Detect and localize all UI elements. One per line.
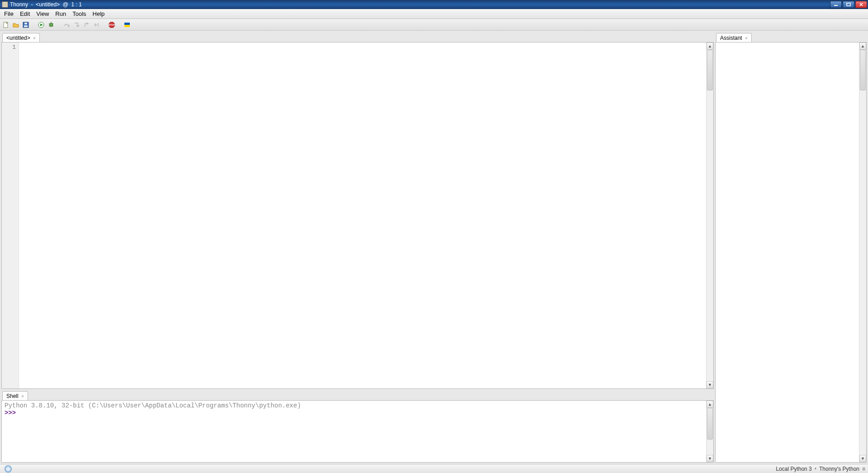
left-column: <untitled> × 1 ▲ ▼ Shell (1, 32, 714, 463)
shell-panel: Shell × Python 3.8.10, 32-bit (C:\Users\… (1, 390, 714, 463)
shell-prompt: >>> (5, 409, 20, 416)
open-file-icon[interactable] (12, 21, 20, 29)
main-area: <untitled> × 1 ▲ ▼ Shell (0, 31, 868, 464)
status-interpreter[interactable]: Local Python 3 (776, 466, 811, 472)
assistant-tab-label: Assistant (720, 35, 742, 41)
scroll-up-icon[interactable]: ▲ (859, 43, 866, 50)
scroll-down-icon[interactable]: ▼ (859, 455, 866, 462)
menu-edit[interactable]: Edit (17, 9, 33, 19)
close-button[interactable] (855, 1, 867, 8)
menu-view[interactable]: View (33, 9, 52, 19)
svg-rect-5 (24, 23, 27, 24)
editor-scrollbar[interactable]: ▲ ▼ (706, 43, 713, 388)
window-title: Thonny - <untitled> @ 1 : 1 (10, 1, 82, 8)
shell-tab-row: Shell × (1, 390, 714, 400)
editor-body: 1 ▲ ▼ (1, 42, 714, 389)
toolbar: STOP (0, 19, 868, 31)
resume-icon[interactable] (92, 21, 100, 29)
save-file-icon[interactable] (22, 21, 30, 29)
status-menu-icon[interactable]: ≡ (862, 466, 865, 472)
svg-rect-1 (847, 3, 850, 6)
menu-help[interactable]: Help (90, 9, 108, 19)
shell-tab[interactable]: Shell × (2, 391, 28, 401)
svg-text:STOP: STOP (109, 24, 115, 26)
editor-tab-label: <untitled> (6, 35, 30, 41)
assistant-tab[interactable]: Assistant × (716, 33, 752, 43)
assistant-scrollbar[interactable]: ▲ ▼ (859, 43, 866, 462)
shell-tab-label: Shell (6, 393, 19, 399)
maximize-button[interactable] (843, 1, 854, 8)
svg-point-7 (49, 23, 53, 27)
assistant-tab-row: Assistant × (715, 32, 867, 42)
close-icon[interactable]: × (33, 36, 36, 41)
line-number: 1 (2, 44, 16, 51)
step-out-icon[interactable] (82, 21, 90, 29)
status-indicator-icon (5, 465, 12, 473)
status-backend[interactable]: Thonny's Python (819, 466, 859, 472)
code-editor[interactable] (19, 43, 706, 388)
editor-tab[interactable]: <untitled> × (2, 33, 40, 43)
step-into-icon[interactable] (72, 21, 81, 29)
editor-panel: <untitled> × 1 ▲ ▼ (1, 32, 714, 389)
window-titlebar: Thonny - <untitled> @ 1 : 1 (0, 0, 868, 9)
editor-tab-row: <untitled> × (1, 32, 714, 42)
svg-rect-0 (834, 5, 838, 6)
run-icon[interactable] (37, 21, 45, 29)
assistant-body-container: ▲ ▼ (715, 42, 867, 463)
editor-gutter: 1 (2, 43, 19, 388)
debug-icon[interactable] (47, 21, 55, 29)
assistant-content[interactable] (716, 43, 859, 462)
svg-rect-13 (98, 23, 99, 27)
new-file-icon[interactable] (2, 21, 10, 29)
svg-rect-4 (24, 25, 28, 27)
assistant-panel: Assistant × ▲ ▼ (715, 32, 867, 463)
support-ukraine-icon[interactable] (123, 21, 131, 29)
menu-file[interactable]: File (1, 9, 17, 19)
menubar: File Edit View Run Tools Help (0, 9, 868, 19)
shell-scrollbar[interactable]: ▲ ▼ (706, 401, 713, 462)
shell-body-container: Python 3.8.10, 32-bit (C:\Users\User\App… (1, 400, 714, 463)
close-icon[interactable]: × (745, 36, 748, 41)
status-separator: • (815, 466, 816, 472)
svg-rect-16 (124, 23, 130, 25)
scroll-down-icon[interactable]: ▼ (707, 381, 713, 388)
scroll-up-icon[interactable]: ▲ (707, 401, 713, 408)
scroll-up-icon[interactable]: ▲ (707, 43, 713, 50)
scroll-down-icon[interactable]: ▼ (707, 455, 713, 462)
close-icon[interactable]: × (21, 394, 24, 399)
step-over-icon[interactable] (62, 21, 71, 29)
shell-terminal[interactable]: Python 3.8.10, 32-bit (C:\Users\User\App… (2, 401, 706, 462)
app-icon (2, 1, 8, 8)
shell-info-line: Python 3.8.10, 32-bit (C:\Users\User\App… (5, 402, 301, 409)
menu-run[interactable]: Run (52, 9, 69, 19)
stop-icon[interactable]: STOP (108, 21, 116, 29)
menu-tools[interactable]: Tools (69, 9, 89, 19)
minimize-button[interactable] (830, 1, 842, 8)
statusbar: Local Python 3 • Thonny's Python ≡ (0, 464, 868, 473)
svg-rect-17 (124, 25, 130, 27)
